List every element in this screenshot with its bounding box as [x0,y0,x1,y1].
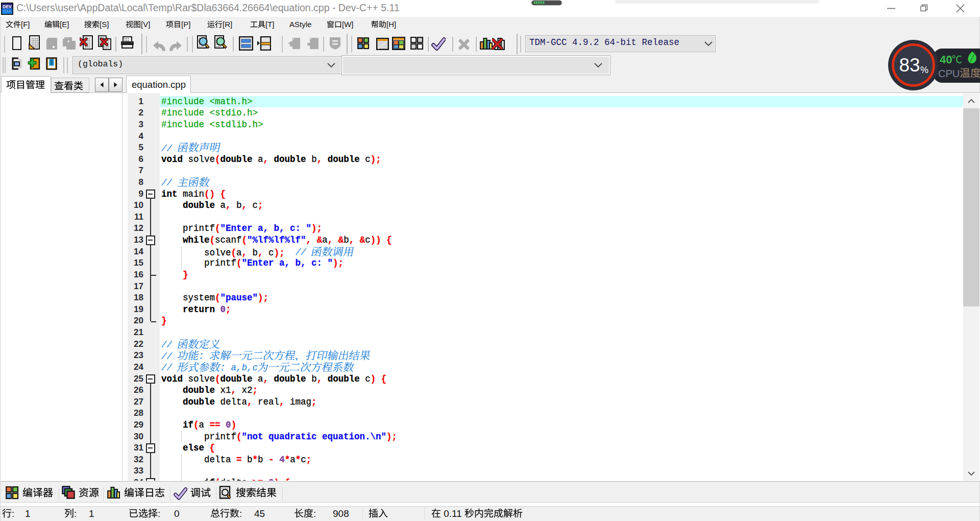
svg-text:83: 83 [899,55,920,76]
svg-text:%: % [920,65,928,75]
svg-text:C++: C++ [3,9,11,14]
svg-text:DEV: DEV [3,4,12,9]
